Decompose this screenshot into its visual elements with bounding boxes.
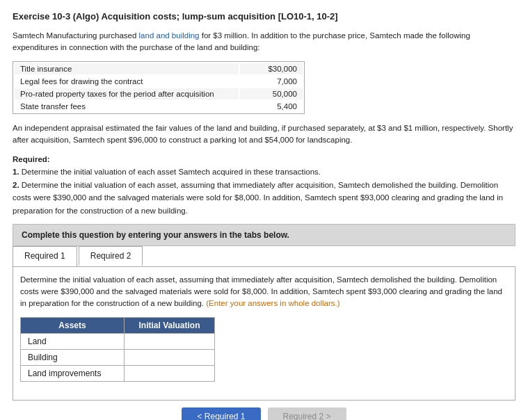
asset-name-cell: Land <box>21 333 125 349</box>
required-item-2: 2. Determine the initial valuation of ea… <box>13 181 503 215</box>
tab-required2[interactable]: Required 2 <box>79 246 143 266</box>
expenditure-amount: 5,400 <box>240 101 303 112</box>
intro-text1: Samtech Manufacturing purchased <box>13 31 139 40</box>
asset-value-cell[interactable] <box>125 349 215 365</box>
expenditure-row: Legal fees for drawing the contract7,000 <box>15 76 303 87</box>
tab-required1[interactable]: Required 1 <box>13 246 77 266</box>
assets-table: Assets Initial Valuation LandBuildingLan… <box>20 317 215 382</box>
required-item-1: 1. Determine the initial valuation of ea… <box>13 168 321 176</box>
next-button: Required 2 > <box>268 407 346 420</box>
complete-box: Complete this question by entering your … <box>13 224 515 246</box>
required-label: Required: <box>13 155 50 163</box>
asset-name-cell: Building <box>21 349 125 365</box>
asset-value-cell[interactable] <box>125 365 215 381</box>
asset-name-cell: Land improvements <box>21 365 125 381</box>
expenditure-label: Pro-rated property taxes for the period … <box>15 88 239 99</box>
expenditure-label: Legal fees for drawing the contract <box>15 76 239 87</box>
expenditure-amount: 50,000 <box>240 88 303 99</box>
col-header-valuation: Initial Valuation <box>125 317 215 333</box>
asset-value-cell[interactable] <box>125 333 215 349</box>
expenditure-row: Title insurance$30,000 <box>15 63 303 74</box>
tab2-note: (Enter your answers in whole dollars.) <box>206 299 339 307</box>
expenditure-row: State transfer fees5,400 <box>15 101 303 112</box>
expenditure-label: Title insurance <box>15 63 239 74</box>
required-section: Required: 1. Determine the initial valua… <box>13 153 515 217</box>
nav-buttons: < Required 1 Required 2 > <box>13 407 515 420</box>
expenditure-label: State transfer fees <box>15 101 239 112</box>
tab2-description: Determine the initial valuation of each … <box>20 274 508 310</box>
intro-link1: land and building <box>139 31 200 40</box>
asset-row: Building <box>21 349 215 365</box>
asset-row: Land <box>21 333 215 349</box>
expenditure-row: Pro-rated property taxes for the period … <box>15 88 303 99</box>
expenditure-table: Title insurance$30,000Legal fees for dra… <box>13 61 305 114</box>
tab-content: Determine the initial valuation of each … <box>13 267 515 401</box>
expenditure-amount: $30,000 <box>240 63 303 74</box>
appraisal-paragraph: An independent appraisal estimated the f… <box>13 122 515 147</box>
col-header-assets: Assets <box>21 317 125 333</box>
tabs-row: Required 1 Required 2 <box>13 246 515 267</box>
expenditure-amount: 7,000 <box>240 76 303 87</box>
intro-paragraph: Samtech Manufacturing purchased land and… <box>13 30 515 54</box>
exercise-title: Exercise 10-3 (Algo) Acquisition costs; … <box>13 11 515 22</box>
prev-button[interactable]: < Required 1 <box>182 407 260 420</box>
asset-row: Land improvements <box>21 365 215 381</box>
